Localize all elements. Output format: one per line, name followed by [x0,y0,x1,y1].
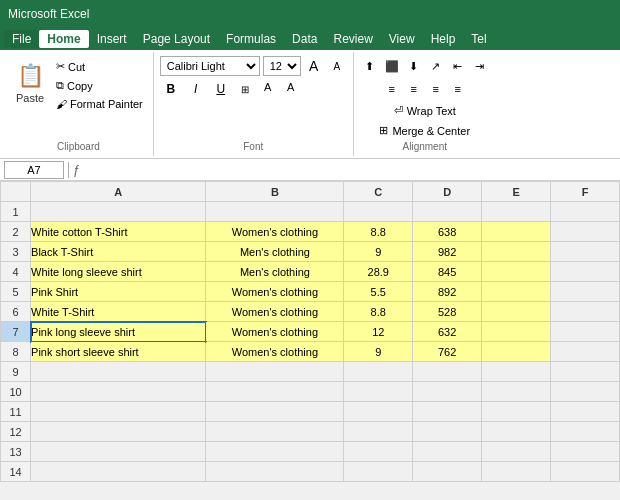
cell-a12[interactable] [31,422,206,442]
align-bottom-button[interactable]: ⬇ [404,56,424,76]
col-header-a[interactable]: A [31,182,206,202]
col-header-c[interactable]: C [344,182,413,202]
cell-d10[interactable] [413,382,482,402]
indent-increase-button[interactable]: ⇥ [470,56,490,76]
cell-e12[interactable] [482,422,551,442]
cell-d8[interactable]: 762 [413,342,482,362]
cell-f7[interactable] [551,322,620,342]
col-header-f[interactable]: F [551,182,620,202]
cell-f14[interactable] [551,462,620,482]
cell-b3[interactable]: Men's clothing [206,242,344,262]
menu-page-layout[interactable]: Page Layout [135,30,218,48]
cell-c2[interactable]: 8.8 [344,222,413,242]
cell-c4[interactable]: 28.9 [344,262,413,282]
underline-button[interactable]: U [210,79,232,99]
cell-f13[interactable] [551,442,620,462]
cell-d1[interactable] [413,202,482,222]
cell-c10[interactable] [344,382,413,402]
cell-d4[interactable]: 845 [413,262,482,282]
cell-f2[interactable] [551,222,620,242]
cell-e7[interactable] [482,322,551,342]
cell-c12[interactable] [344,422,413,442]
cell-a6[interactable]: White T-Shirt [31,302,206,322]
cell-b4[interactable]: Men's clothing [206,262,344,282]
name-box[interactable] [4,161,64,179]
cell-e5[interactable] [482,282,551,302]
cell-c5[interactable]: 5.5 [344,282,413,302]
cell-b10[interactable] [206,382,344,402]
cell-e8[interactable] [482,342,551,362]
cell-a10[interactable] [31,382,206,402]
cell-d9[interactable] [413,362,482,382]
cell-f9[interactable] [551,362,620,382]
menu-view[interactable]: View [381,30,423,48]
font-family-select[interactable]: Calibri Light [160,56,260,76]
align-center-button[interactable]: ≡ [404,79,424,99]
cell-b5[interactable]: Women's clothing [206,282,344,302]
cell-d14[interactable] [413,462,482,482]
cell-a11[interactable] [31,402,206,422]
cell-f10[interactable] [551,382,620,402]
cell-f8[interactable] [551,342,620,362]
cell-a4[interactable]: White long sleeve shirt [31,262,206,282]
wrap-text-button[interactable]: ⏎ Wrap Text [390,102,460,119]
font-color-button[interactable]: A [281,79,301,99]
decrease-font-button[interactable]: A [327,56,347,76]
cell-f1[interactable] [551,202,620,222]
cell-d5[interactable]: 892 [413,282,482,302]
cell-a5[interactable]: Pink Shirt [31,282,206,302]
cell-b13[interactable] [206,442,344,462]
cell-e6[interactable] [482,302,551,322]
cell-e3[interactable] [482,242,551,262]
cell-b9[interactable] [206,362,344,382]
cell-e1[interactable] [482,202,551,222]
cell-e11[interactable] [482,402,551,422]
cell-a2[interactable]: White cotton T-Shirt [31,222,206,242]
menu-formulas[interactable]: Formulas [218,30,284,48]
increase-font-button[interactable]: A [304,56,324,76]
cell-d3[interactable]: 982 [413,242,482,262]
copy-button[interactable]: ⧉ Copy [52,77,147,94]
cell-a8[interactable]: Pink short sleeve shirt [31,342,206,362]
cell-e4[interactable] [482,262,551,282]
cell-e14[interactable] [482,462,551,482]
spreadsheet-scroll-area[interactable]: A B C D E F 1 2 White cotton T-Shirt [0,181,620,482]
menu-review[interactable]: Review [325,30,380,48]
cell-b14[interactable] [206,462,344,482]
align-left-button[interactable]: ≡ [382,79,402,99]
italic-button[interactable]: I [185,79,207,99]
cell-e2[interactable] [482,222,551,242]
cell-f4[interactable] [551,262,620,282]
cell-f3[interactable] [551,242,620,262]
align-right-button[interactable]: ≡ [426,79,446,99]
cut-button[interactable]: ✂ Cut [52,58,147,75]
highlight-color-button[interactable]: A [258,79,278,99]
cell-b12[interactable] [206,422,344,442]
formula-input[interactable] [84,164,616,176]
col-header-d[interactable]: D [413,182,482,202]
menu-insert[interactable]: Insert [89,30,135,48]
cell-f6[interactable] [551,302,620,322]
cell-d2[interactable]: 638 [413,222,482,242]
cell-c14[interactable] [344,462,413,482]
cell-c11[interactable] [344,402,413,422]
justify-button[interactable]: ≡ [448,79,468,99]
cell-c8[interactable]: 9 [344,342,413,362]
cell-b8[interactable]: Women's clothing [206,342,344,362]
merge-center-button[interactable]: ⊞ Merge & Center [375,122,474,139]
cell-f5[interactable] [551,282,620,302]
cell-c3[interactable]: 9 [344,242,413,262]
cell-d11[interactable] [413,402,482,422]
cell-a13[interactable] [31,442,206,462]
cell-d12[interactable] [413,422,482,442]
menu-tel[interactable]: Tel [463,30,494,48]
menu-file[interactable]: File [4,30,39,48]
menu-data[interactable]: Data [284,30,325,48]
cell-b11[interactable] [206,402,344,422]
align-middle-button[interactable]: ⬛ [382,56,402,76]
cell-c13[interactable] [344,442,413,462]
bold-button[interactable]: B [160,79,182,99]
cell-b2[interactable]: Women's clothing [206,222,344,242]
cell-b6[interactable]: Women's clothing [206,302,344,322]
cell-a3[interactable]: Black T-Shirt [31,242,206,262]
